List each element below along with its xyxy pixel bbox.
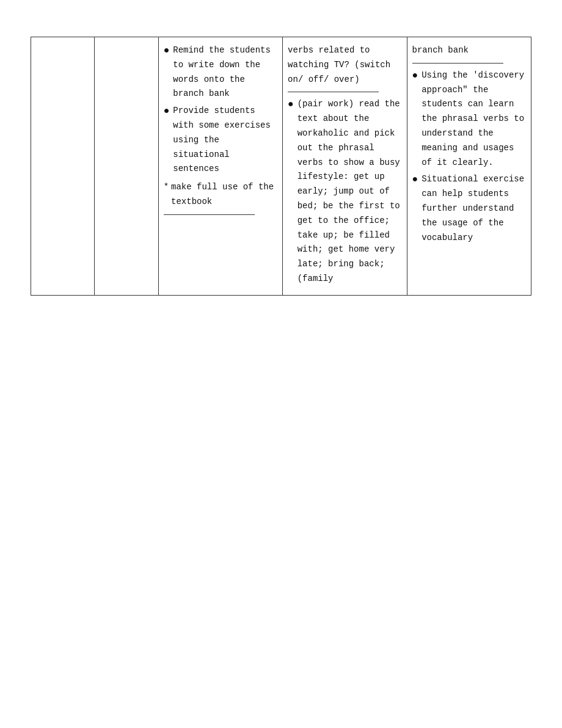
cell-activities: ● Remind the students to write down the … <box>158 37 282 296</box>
activities-bullet-2: ● Provide students with some exercises u… <box>164 104 277 177</box>
content-top-text: verbs related to watching TV? (switch on… <box>288 43 401 87</box>
rationale-top-text: branch bank <box>412 43 526 58</box>
table-wrapper: ● Remind the students to write down the … <box>31 37 531 296</box>
bullet-icon-1: ● <box>164 43 170 58</box>
divider-content <box>288 92 379 92</box>
rationale-bullet-2-text: Situational exercise can help students f… <box>422 172 526 245</box>
main-table: ● Remind the students to write down the … <box>31 37 531 296</box>
activities-bullet-2-text: Provide students with some exercises usi… <box>173 104 277 177</box>
activities-star-text: make full use of the textbook <box>171 180 277 209</box>
divider-activities <box>164 214 255 215</box>
content-bullet-icon-1: ● <box>288 97 294 112</box>
rationale-bullet-1: ● Using the 'discovery approach" the stu… <box>412 68 526 170</box>
activities-star: * make full use of the textbook <box>164 180 277 209</box>
rationale-bullet-1-text: Using the 'discovery approach" the stude… <box>422 68 526 170</box>
rationale-bullet-icon-1: ● <box>412 68 418 83</box>
table-row: ● Remind the students to write down the … <box>31 37 531 296</box>
cell-content: verbs related to watching TV? (switch on… <box>283 37 407 296</box>
cell-rationale: branch bank ● Using the 'discovery appro… <box>407 37 531 296</box>
activities-bullet-1-text: Remind the students to write down the wo… <box>173 43 277 101</box>
cell-empty-1 <box>31 37 95 296</box>
cell-empty-2 <box>95 37 158 296</box>
content-bullet-1: ● (pair work) read the text about the wo… <box>288 97 401 286</box>
content-bullet-1-text: (pair work) read the text about the work… <box>297 97 402 286</box>
divider-rationale <box>412 63 503 64</box>
rationale-bullet-icon-2: ● <box>412 172 418 187</box>
bullet-icon-2: ● <box>164 104 170 118</box>
activities-bullet-1: ● Remind the students to write down the … <box>164 43 277 101</box>
star-icon: * <box>164 180 169 195</box>
rationale-bullet-2: ● Situational exercise can help students… <box>412 172 526 245</box>
